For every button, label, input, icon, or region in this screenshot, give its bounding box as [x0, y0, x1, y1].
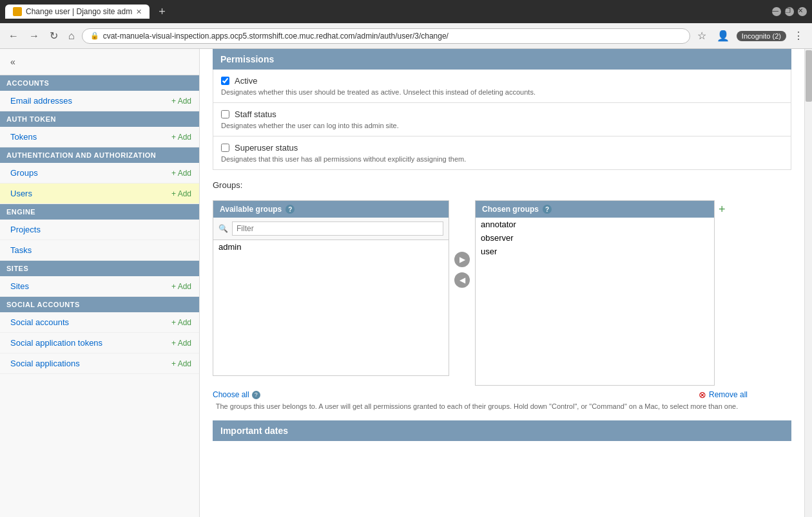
users-link[interactable]: Users	[10, 189, 32, 198]
window-controls: — ❐ ✕	[772, 7, 807, 16]
social-accounts-link[interactable]: Social accounts	[10, 317, 69, 327]
home-button[interactable]: ⌂	[65, 29, 78, 43]
list-item[interactable]: annotator	[476, 218, 714, 231]
sidebar-item-social-app-tokens: Social application tokens + Add	[0, 333, 199, 353]
email-addresses-link[interactable]: Email addresses	[10, 96, 72, 106]
chosen-groups-list[interactable]: annotator observer user	[476, 218, 714, 385]
sidebar-item-tasks: Tasks	[0, 240, 199, 261]
remove-all-icon: ⊗	[699, 390, 706, 400]
groups-help-text: The groups this user belongs to. A user …	[213, 402, 741, 410]
maximize-button[interactable]: ❐	[785, 7, 794, 16]
superuser-status-help-text: Designates that this user has all permis…	[221, 155, 466, 163]
tasks-link[interactable]: Tasks	[10, 245, 32, 255]
users-add-button[interactable]: + Add	[171, 189, 191, 198]
sidebar-item-social-accounts: Social accounts + Add	[0, 312, 199, 333]
favicon-icon	[13, 7, 22, 16]
chosen-groups-panel: Chosen groups ? annotator observer user	[475, 200, 715, 386]
browser-tab[interactable]: Change user | Django site adm ✕	[5, 5, 150, 19]
sidebar-item-tokens: Tokens + Add	[0, 127, 199, 147]
social-app-tokens-add-button[interactable]: + Add	[171, 339, 191, 348]
forward-button[interactable]: →	[26, 29, 43, 43]
new-tab-button[interactable]: +	[155, 5, 169, 19]
superuser-status-checkbox[interactable]	[221, 144, 229, 152]
available-groups-panel: Available groups ? 🔍 admin	[213, 200, 449, 376]
groups-add-button[interactable]: + Add	[171, 169, 191, 178]
staff-status-label: Staff status	[235, 109, 276, 119]
list-item[interactable]: user	[476, 245, 714, 258]
add-all-icon[interactable]: +	[719, 203, 726, 216]
choose-all-label: Choose all	[213, 390, 249, 399]
available-groups-list[interactable]: admin	[213, 240, 449, 375]
close-tab-icon[interactable]: ✕	[136, 8, 142, 16]
filter-input[interactable]	[232, 221, 443, 236]
active-label: Active	[235, 76, 257, 86]
social-app-tokens-link[interactable]: Social application tokens	[10, 338, 102, 348]
tokens-link[interactable]: Tokens	[10, 132, 37, 142]
remove-all-button[interactable]: ⊗ Remove all	[699, 390, 748, 400]
auth-token-section-header: AUTH TOKEN	[0, 111, 199, 127]
sidebar-item-sites: Sites + Add	[0, 276, 199, 297]
groups-link[interactable]: Groups	[10, 168, 38, 178]
engine-section-header: ENGINE	[0, 204, 199, 220]
sidebar-item-email-addresses: Email addresses + Add	[0, 91, 199, 111]
permissions-header: Permissions	[213, 49, 791, 70]
choose-all-help-icon[interactable]: ?	[252, 391, 260, 399]
browser-navbar: ← → ↻ ⌂ 🔒 cvat-manuela-visual-inspection…	[0, 23, 812, 49]
back-button[interactable]: ←	[5, 29, 22, 43]
chosen-groups-title: Chosen groups	[482, 205, 539, 214]
groups-field-label: Groups:	[213, 180, 242, 190]
tokens-add-button[interactable]: + Add	[171, 133, 191, 142]
sites-link[interactable]: Sites	[10, 281, 29, 291]
sites-section-header: SITES	[0, 261, 199, 276]
sidebar-item-groups: Groups + Add	[0, 163, 199, 183]
projects-link[interactable]: Projects	[10, 225, 41, 234]
social-accounts-section-header: SOCIAL ACCOUNTS	[0, 297, 199, 312]
close-window-button[interactable]: ✕	[798, 7, 807, 16]
filter-row: 🔍	[213, 218, 449, 240]
staff-status-help-text: Designates whether the user can log into…	[221, 122, 399, 129]
minimize-button[interactable]: —	[772, 7, 781, 16]
bookmark-icon[interactable]: ☆	[694, 28, 710, 43]
arrows-column: ▶ ◀	[452, 252, 472, 288]
superuser-status-label: Superuser status	[235, 143, 298, 153]
groups-section: Groups: Available groups ? 🔍	[213, 180, 791, 410]
account-icon[interactable]: 👤	[713, 28, 733, 43]
staff-status-checkbox[interactable]	[221, 110, 229, 118]
active-checkbox[interactable]	[221, 77, 229, 85]
sites-add-button[interactable]: + Add	[171, 282, 191, 291]
sidebar-item-social-apps: Social applications + Add	[0, 353, 199, 374]
accounts-section-header: ACCOUNTS	[0, 75, 199, 91]
browser-titlebar: Change user | Django site adm ✕ + — ❐ ✕	[0, 0, 812, 23]
sidebar-item-projects: Projects	[0, 220, 199, 240]
choose-all-button[interactable]: Choose all ?	[213, 390, 260, 400]
incognito-badge: Incognito (2)	[737, 31, 786, 41]
email-addresses-add-button[interactable]: + Add	[171, 97, 191, 106]
list-item[interactable]: observer	[476, 231, 714, 245]
social-accounts-add-button[interactable]: + Add	[171, 318, 191, 327]
move-left-button[interactable]: ◀	[454, 272, 470, 288]
main-content: Permissions Active Designates whether th…	[200, 49, 804, 517]
menu-button[interactable]: ⋮	[790, 28, 807, 43]
lock-icon: 🔒	[90, 32, 99, 40]
chosen-groups-header: Chosen groups ?	[476, 201, 714, 218]
important-dates-header: Important dates	[213, 420, 791, 441]
social-apps-add-button[interactable]: + Add	[171, 359, 191, 368]
sidebar: « ACCOUNTS Email addresses + Add AUTH TO…	[0, 49, 200, 517]
active-help-text: Designates whether this user should be t…	[221, 88, 536, 96]
reload-button[interactable]: ↻	[46, 28, 61, 43]
auth-auth-section-header: AUTHENTICATION AND AUTHORIZATION	[0, 147, 199, 163]
address-bar[interactable]: 🔒 cvat-manuela-visual-inspection.apps.oc…	[82, 28, 690, 44]
move-right-button[interactable]: ▶	[454, 252, 470, 267]
available-groups-help-icon[interactable]: ?	[285, 205, 295, 214]
page-scrollbar[interactable]	[804, 49, 812, 517]
social-apps-link[interactable]: Social applications	[10, 359, 80, 368]
chosen-groups-help-icon[interactable]: ?	[543, 205, 552, 214]
list-item[interactable]: admin	[213, 240, 449, 254]
tab-title: Change user | Django site adm	[26, 7, 132, 16]
available-groups-title: Available groups	[220, 205, 282, 214]
url-text: cvat-manuela-visual-inspection.apps.ocp5…	[103, 32, 449, 41]
available-groups-header: Available groups ?	[213, 201, 449, 218]
collapse-sidebar-button[interactable]: «	[5, 52, 21, 72]
scrollbar-thumb[interactable]	[806, 50, 812, 102]
remove-all-label: Remove all	[709, 390, 748, 399]
